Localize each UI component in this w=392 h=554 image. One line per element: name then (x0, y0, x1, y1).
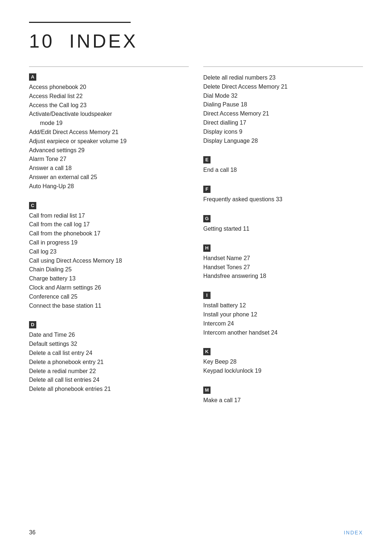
left-column: A Access phonebook 20 Access Redial list… (29, 66, 189, 416)
chapter-number: 10 (29, 31, 54, 52)
group-f: F Frequently asked questions 33 (203, 186, 363, 204)
group-d-continued: Delete all redial numbers 23 Delete Dire… (203, 73, 363, 145)
list-item: Access phonebook 20 (29, 83, 189, 92)
list-item: Access Redial list 22 (29, 92, 189, 101)
list-item: Answer a call 18 (29, 164, 189, 173)
list-item: Delete Direct Access Memory 21 (203, 82, 363, 92)
list-item: Display Language 28 (203, 137, 363, 146)
group-c: C Call from redial list 17 Call from the… (29, 202, 189, 311)
left-section-rule (29, 66, 189, 67)
list-item: Charge battery 13 (29, 274, 189, 283)
list-item: Delete a redial number 22 (29, 367, 189, 376)
list-item: Auto Hang-Up 28 (29, 182, 189, 191)
list-item: Delete all phonebook entries 21 (29, 385, 189, 394)
page-footer: 36 INDEX (29, 529, 363, 536)
index-columns: A Access phonebook 20 Access Redial list… (29, 66, 363, 416)
list-item: Call from the call log 17 (29, 220, 189, 229)
badge-k: K (203, 348, 211, 355)
list-item: Delete a phonebook entry 21 (29, 358, 189, 367)
list-item: Call from the phonebook 17 (29, 229, 189, 238)
list-item: Alarm Tone 27 (29, 155, 189, 164)
list-item: Clock and Alarm settings 26 (29, 283, 189, 292)
list-item: Chain Dialing 25 (29, 265, 189, 274)
page: 10 INDEX A Access phonebook 20 Access Re… (0, 0, 392, 554)
list-item: Getting started 11 (203, 225, 363, 234)
badge-m: M (203, 387, 211, 394)
list-item: End a call 18 (203, 166, 363, 175)
list-item-indented: mode 19 (29, 119, 189, 128)
group-k: K Key Beep 28 Keypad lock/unlock 19 (203, 348, 363, 376)
group-d: D Date and Time 26 Default settings 32 D… (29, 321, 189, 394)
group-a: A Access phonebook 20 Access Redial list… (29, 73, 189, 191)
badge-c: C (29, 202, 36, 209)
list-item: Access the Call log 23 (29, 101, 189, 110)
list-item: Conference call 25 (29, 292, 189, 302)
right-section-rule (203, 66, 363, 67)
list-item: Intercom another handset 24 (203, 328, 363, 337)
page-heading: 10 INDEX (29, 30, 363, 52)
list-item: Dialing Pause 18 (203, 100, 363, 109)
list-item: Advanced settings 29 (29, 146, 189, 155)
list-item: Activate/Deactivate loudspeaker (29, 110, 189, 119)
list-item: Keypad lock/unlock 19 (203, 367, 363, 376)
group-i: I Install battery 12 Install your phone … (203, 292, 363, 337)
list-item: Call from redial list 17 (29, 211, 189, 221)
badge-h: H (203, 244, 211, 252)
list-item: Call using Direct Access Memory 18 (29, 256, 189, 266)
list-item: Answer an external call 25 (29, 173, 189, 182)
list-item: Key Beep 28 (203, 357, 363, 367)
badge-e: E (203, 156, 211, 163)
badge-i: I (203, 292, 211, 299)
list-item: Direct Access Memory 21 (203, 109, 363, 118)
badge-d: D (29, 321, 36, 328)
list-item: Install your phone 12 (203, 310, 363, 319)
list-item: Default settings 32 (29, 340, 189, 349)
list-item: Connect the base station 11 (29, 302, 189, 311)
group-h: H Handset Name 27 Handset Tones 27 Hands… (203, 244, 363, 281)
right-column: Delete all redial numbers 23 Delete Dire… (203, 66, 363, 416)
chapter-title: INDEX (69, 31, 138, 52)
list-item: Dial Mode 32 (203, 92, 363, 101)
list-item: Intercom 24 (203, 319, 363, 328)
list-item: Delete all redial numbers 23 (203, 73, 363, 82)
group-e: E End a call 18 (203, 156, 363, 175)
group-g: G Getting started 11 (203, 215, 363, 234)
list-item: Display icons 9 (203, 128, 363, 137)
badge-a: A (29, 73, 36, 81)
list-item: Delete a call list entry 24 (29, 349, 189, 358)
list-item: Handset Tones 27 (203, 263, 363, 272)
list-item: Call log 23 (29, 247, 189, 256)
list-item: Date and Time 26 (29, 331, 189, 340)
top-rule (29, 22, 131, 23)
list-item: Make a call 17 (203, 396, 363, 405)
list-item: Direct dialling 17 (203, 118, 363, 128)
list-item: Adjust earpiece or speaker volume 19 (29, 137, 189, 146)
list-item: Call in progress 19 (29, 238, 189, 247)
list-item: Handset Name 27 (203, 254, 363, 263)
badge-g: G (203, 215, 211, 222)
list-item: Delete all call list entries 24 (29, 376, 189, 385)
list-item: Handsfree answering 18 (203, 272, 363, 281)
footer-page-number: 36 (29, 529, 36, 536)
footer-section-label: INDEX (344, 530, 363, 535)
list-item: Install battery 12 (203, 301, 363, 310)
badge-f: F (203, 186, 211, 193)
group-m: M Make a call 17 (203, 387, 363, 405)
list-item: Add/Edit Direct Access Memory 21 (29, 128, 189, 137)
list-item: Frequently asked questions 33 (203, 195, 363, 204)
